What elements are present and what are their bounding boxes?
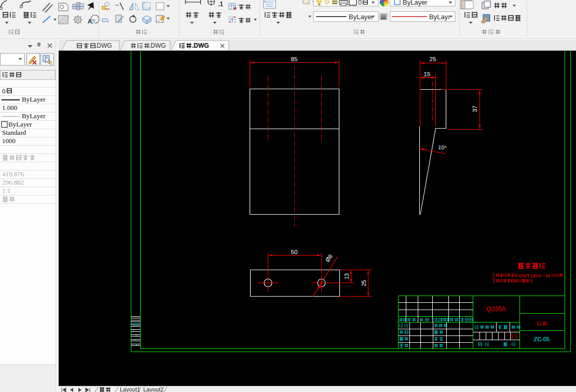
svg-text:Layout1: Layout1 <box>120 386 140 392</box>
svg-text:·: · <box>563 273 565 278</box>
svg-text:25: 25 <box>430 56 436 62</box>
svg-text:GB/T1804—M: GB/T1804—M <box>518 273 550 278</box>
svg-text:ByLayer: ByLayer <box>22 112 46 120</box>
svg-text:2: 2 <box>492 278 495 284</box>
svg-text:50: 50 <box>291 249 298 255</box>
svg-text:10°: 10° <box>438 144 447 151</box>
svg-text:.DWG: .DWG <box>95 42 112 49</box>
svg-text:Layout2: Layout2 <box>143 386 163 392</box>
svg-text:25: 25 <box>361 280 367 286</box>
svg-text:.DWG: .DWG <box>149 42 166 49</box>
svg-text:1.000: 1.000 <box>2 104 17 111</box>
svg-text:13: 13 <box>344 273 350 279</box>
svg-text:ByLayer: ByLayer <box>349 13 374 21</box>
svg-text:.DWG: .DWG <box>192 42 209 49</box>
svg-text:1:1: 1:1 <box>511 333 518 339</box>
svg-text:ByLayer: ByLayer <box>403 0 428 6</box>
svg-text:419.876: 419.876 <box>2 170 24 178</box>
svg-text:Q235A: Q235A <box>486 305 505 313</box>
svg-text:296.882: 296.882 <box>2 178 24 186</box>
svg-text:0: 0 <box>2 87 6 95</box>
svg-text:ByLayer: ByLayer <box>22 95 46 103</box>
svg-text:15: 15 <box>424 71 431 77</box>
svg-text:85: 85 <box>291 56 298 62</box>
svg-text:ByLayı: ByLayı <box>429 13 450 21</box>
svg-text:Standard: Standard <box>2 129 26 136</box>
svg-text:1000: 1000 <box>2 137 16 145</box>
svg-text:1:1: 1:1 <box>2 187 11 194</box>
svg-text:0: 0 <box>358 0 362 6</box>
svg-text:.1: .1 <box>218 1 223 8</box>
svg-text:37: 37 <box>472 106 478 113</box>
svg-text:ByLayer: ByLayer <box>8 120 32 128</box>
svg-text:ZC-05: ZC-05 <box>534 336 550 342</box>
